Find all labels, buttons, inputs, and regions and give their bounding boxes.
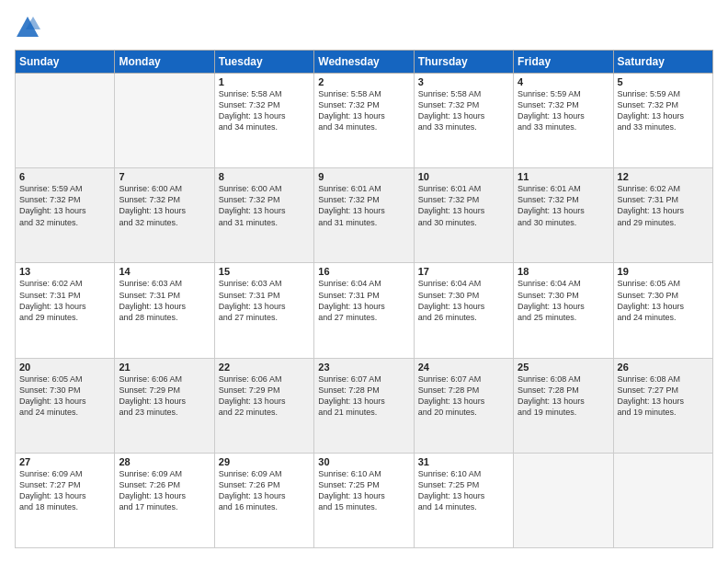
day-number: 16 — [318, 266, 409, 277]
logo — [15, 15, 44, 40]
day-number: 28 — [119, 456, 210, 467]
day-number: 6 — [19, 171, 110, 182]
day-number: 21 — [119, 362, 210, 373]
day-detail: Sunrise: 6:05 AMSunset: 7:30 PMDaylight:… — [618, 278, 709, 323]
day-cell: 31Sunrise: 6:10 AMSunset: 7:25 PMDayligh… — [414, 453, 513, 547]
day-cell: 18Sunrise: 6:04 AMSunset: 7:30 PMDayligh… — [514, 263, 613, 358]
day-detail: Sunrise: 5:58 AMSunset: 7:32 PMDaylight:… — [219, 88, 310, 133]
col-header-sunday: Sunday — [16, 51, 115, 74]
day-cell: 7Sunrise: 6:00 AMSunset: 7:32 PMDaylight… — [115, 168, 214, 263]
day-number: 27 — [19, 456, 110, 467]
day-number: 1 — [219, 76, 310, 87]
page: SundayMondayTuesdayWednesdayThursdayFrid… — [0, 0, 728, 563]
day-detail: Sunrise: 6:07 AMSunset: 7:28 PMDaylight:… — [418, 373, 509, 419]
col-header-thursday: Thursday — [414, 51, 513, 74]
day-detail: Sunrise: 6:08 AMSunset: 7:27 PMDaylight:… — [618, 373, 709, 419]
day-cell: 5Sunrise: 5:59 AMSunset: 7:32 PMDaylight… — [613, 74, 712, 168]
day-cell — [613, 453, 712, 547]
day-detail: Sunrise: 5:58 AMSunset: 7:32 PMDaylight:… — [418, 88, 509, 133]
day-cell: 30Sunrise: 6:10 AMSunset: 7:25 PMDayligh… — [314, 453, 414, 547]
day-number: 26 — [618, 362, 709, 373]
logo-icon — [15, 15, 40, 40]
day-cell: 23Sunrise: 6:07 AMSunset: 7:28 PMDayligh… — [314, 358, 414, 453]
week-row-3: 13Sunrise: 6:02 AMSunset: 7:31 PMDayligh… — [16, 263, 713, 358]
day-detail: Sunrise: 6:10 AMSunset: 7:25 PMDaylight:… — [418, 468, 509, 513]
day-cell: 24Sunrise: 6:07 AMSunset: 7:28 PMDayligh… — [414, 358, 513, 453]
day-cell: 15Sunrise: 6:03 AMSunset: 7:31 PMDayligh… — [214, 263, 313, 358]
day-number: 20 — [19, 362, 110, 373]
day-number: 13 — [19, 266, 110, 277]
day-detail: Sunrise: 6:01 AMSunset: 7:32 PMDaylight:… — [318, 183, 409, 228]
day-cell: 20Sunrise: 6:05 AMSunset: 7:30 PMDayligh… — [16, 358, 115, 453]
day-cell: 13Sunrise: 6:02 AMSunset: 7:31 PMDayligh… — [16, 263, 115, 358]
col-header-wednesday: Wednesday — [314, 51, 414, 74]
day-cell — [16, 74, 115, 168]
day-cell: 16Sunrise: 6:04 AMSunset: 7:31 PMDayligh… — [314, 263, 414, 358]
day-detail: Sunrise: 6:00 AMSunset: 7:32 PMDaylight:… — [219, 183, 310, 228]
day-cell: 17Sunrise: 6:04 AMSunset: 7:30 PMDayligh… — [414, 263, 513, 358]
week-row-5: 27Sunrise: 6:09 AMSunset: 7:27 PMDayligh… — [16, 453, 713, 547]
day-cell: 29Sunrise: 6:09 AMSunset: 7:26 PMDayligh… — [214, 453, 313, 547]
day-detail: Sunrise: 6:09 AMSunset: 7:27 PMDaylight:… — [19, 468, 110, 513]
day-cell: 26Sunrise: 6:08 AMSunset: 7:27 PMDayligh… — [613, 358, 712, 453]
day-detail: Sunrise: 6:03 AMSunset: 7:31 PMDaylight:… — [119, 278, 210, 323]
day-cell: 4Sunrise: 5:59 AMSunset: 7:32 PMDaylight… — [514, 74, 613, 168]
day-detail: Sunrise: 6:01 AMSunset: 7:32 PMDaylight:… — [418, 183, 509, 228]
day-detail: Sunrise: 6:08 AMSunset: 7:28 PMDaylight:… — [518, 373, 609, 419]
day-number: 8 — [219, 171, 310, 182]
day-detail: Sunrise: 6:09 AMSunset: 7:26 PMDaylight:… — [119, 468, 210, 513]
col-header-saturday: Saturday — [613, 51, 712, 74]
day-cell: 19Sunrise: 6:05 AMSunset: 7:30 PMDayligh… — [613, 263, 712, 358]
day-number: 15 — [219, 266, 310, 277]
day-detail: Sunrise: 6:04 AMSunset: 7:30 PMDaylight:… — [418, 278, 509, 323]
week-row-2: 6Sunrise: 5:59 AMSunset: 7:32 PMDaylight… — [16, 168, 713, 263]
day-cell: 3Sunrise: 5:58 AMSunset: 7:32 PMDaylight… — [414, 74, 513, 168]
day-detail: Sunrise: 6:02 AMSunset: 7:31 PMDaylight:… — [618, 183, 709, 228]
day-number: 22 — [219, 362, 310, 373]
day-detail: Sunrise: 6:02 AMSunset: 7:31 PMDaylight:… — [19, 278, 110, 323]
day-cell: 14Sunrise: 6:03 AMSunset: 7:31 PMDayligh… — [115, 263, 214, 358]
day-number: 30 — [318, 456, 409, 467]
day-cell: 12Sunrise: 6:02 AMSunset: 7:31 PMDayligh… — [613, 168, 712, 263]
col-header-monday: Monday — [115, 51, 214, 74]
day-cell: 9Sunrise: 6:01 AMSunset: 7:32 PMDaylight… — [314, 168, 414, 263]
day-detail: Sunrise: 5:59 AMSunset: 7:32 PMDaylight:… — [19, 183, 110, 228]
day-cell: 10Sunrise: 6:01 AMSunset: 7:32 PMDayligh… — [414, 168, 513, 263]
day-number: 19 — [618, 266, 709, 277]
day-cell: 11Sunrise: 6:01 AMSunset: 7:32 PMDayligh… — [514, 168, 613, 263]
day-detail: Sunrise: 6:05 AMSunset: 7:30 PMDaylight:… — [19, 373, 110, 419]
day-detail: Sunrise: 5:59 AMSunset: 7:32 PMDaylight:… — [618, 88, 709, 133]
day-cell: 2Sunrise: 5:58 AMSunset: 7:32 PMDaylight… — [314, 74, 414, 168]
day-detail: Sunrise: 6:10 AMSunset: 7:25 PMDaylight:… — [318, 468, 409, 513]
day-number: 24 — [418, 362, 509, 373]
day-number: 18 — [518, 266, 609, 277]
day-number: 12 — [618, 171, 709, 182]
day-cell: 21Sunrise: 6:06 AMSunset: 7:29 PMDayligh… — [115, 358, 214, 453]
day-number: 7 — [119, 171, 210, 182]
calendar-table: SundayMondayTuesdayWednesdayThursdayFrid… — [15, 50, 713, 548]
day-number: 17 — [418, 266, 509, 277]
day-cell: 27Sunrise: 6:09 AMSunset: 7:27 PMDayligh… — [16, 453, 115, 547]
header — [15, 15, 713, 40]
day-cell: 8Sunrise: 6:00 AMSunset: 7:32 PMDaylight… — [214, 168, 313, 263]
day-cell: 22Sunrise: 6:06 AMSunset: 7:29 PMDayligh… — [214, 358, 313, 453]
header-row: SundayMondayTuesdayWednesdayThursdayFrid… — [16, 51, 713, 74]
day-detail: Sunrise: 6:09 AMSunset: 7:26 PMDaylight:… — [219, 468, 310, 513]
day-number: 11 — [518, 171, 609, 182]
day-cell: 25Sunrise: 6:08 AMSunset: 7:28 PMDayligh… — [514, 358, 613, 453]
day-cell: 6Sunrise: 5:59 AMSunset: 7:32 PMDaylight… — [16, 168, 115, 263]
day-cell: 28Sunrise: 6:09 AMSunset: 7:26 PMDayligh… — [115, 453, 214, 547]
day-number: 5 — [618, 76, 709, 87]
col-header-friday: Friday — [514, 51, 613, 74]
day-number: 10 — [418, 171, 509, 182]
col-header-tuesday: Tuesday — [214, 51, 313, 74]
day-number: 9 — [318, 171, 409, 182]
day-detail: Sunrise: 6:01 AMSunset: 7:32 PMDaylight:… — [518, 183, 609, 228]
day-detail: Sunrise: 6:04 AMSunset: 7:31 PMDaylight:… — [318, 278, 409, 323]
day-cell — [115, 74, 214, 168]
day-detail: Sunrise: 5:58 AMSunset: 7:32 PMDaylight:… — [318, 88, 409, 133]
day-detail: Sunrise: 6:03 AMSunset: 7:31 PMDaylight:… — [219, 278, 310, 323]
day-number: 31 — [418, 456, 509, 467]
day-number: 23 — [318, 362, 409, 373]
day-detail: Sunrise: 6:04 AMSunset: 7:30 PMDaylight:… — [518, 278, 609, 323]
